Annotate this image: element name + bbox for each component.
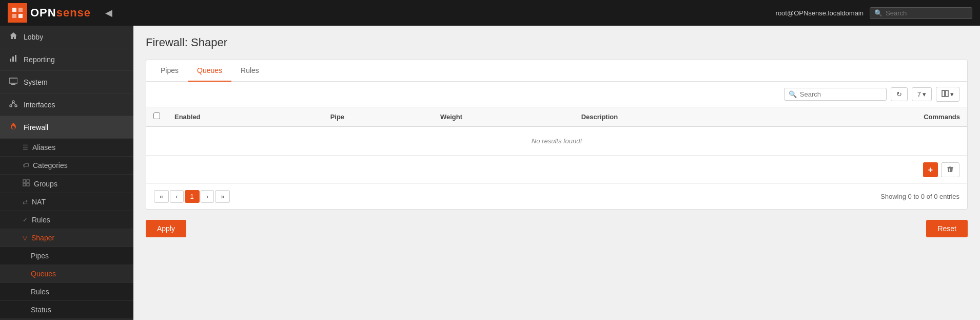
home-icon: [8, 32, 18, 42]
search-box[interactable]: 🔍: [784, 88, 887, 101]
page-current-button[interactable]: 1: [185, 190, 200, 203]
navbar-search-box[interactable]: 🔍: [870, 7, 972, 19]
sidebar-item-reporting[interactable]: Reporting: [0, 48, 133, 71]
svg-rect-15: [23, 180, 26, 182]
svg-point-11: [10, 105, 12, 107]
tab-pipes[interactable]: Pipes: [151, 60, 188, 82]
navbar-user: root@OPNsense.localdomain: [776, 9, 864, 17]
categories-icon: 🏷: [23, 162, 29, 169]
sidebar-label-nat: NAT: [32, 198, 46, 206]
sidebar-item-nat[interactable]: ⇄ NAT: [0, 193, 133, 211]
columns-button[interactable]: ▾: [936, 87, 959, 102]
rules-icon: ✓: [23, 216, 28, 223]
page-prev-button[interactable]: ‹: [170, 190, 183, 203]
svg-point-10: [12, 101, 14, 103]
shaper-submenu: Pipes Queues Rules Status: [0, 247, 133, 319]
svg-rect-18: [27, 183, 29, 186]
delete-row-button[interactable]: [941, 162, 959, 177]
svg-line-13: [11, 103, 13, 105]
th-pipe: Pipe: [323, 107, 433, 126]
tab-queues[interactable]: Queues: [188, 60, 231, 82]
svg-rect-5: [12, 57, 14, 62]
row-count-label: 7: [917, 90, 921, 98]
sidebar-toggle-button[interactable]: ◀: [101, 5, 116, 21]
shaper-icon: ▽: [23, 234, 27, 241]
sidebar-label-shaper: Shaper: [31, 234, 54, 242]
sidebar-label-reporting: Reporting: [24, 55, 55, 64]
sidebar-label-pipes: Pipes: [31, 252, 49, 260]
page-first-button[interactable]: «: [154, 190, 169, 203]
sidebar: Lobby Reporting System Interfaces Firewa: [0, 26, 133, 320]
sidebar-item-queues[interactable]: Queues: [0, 265, 133, 283]
search-icon: 🔍: [789, 90, 797, 98]
svg-rect-1: [18, 8, 23, 12]
svg-rect-0: [12, 8, 16, 12]
svg-rect-6: [15, 55, 16, 62]
bottom-buttons: Apply Reset: [146, 220, 968, 237]
sidebar-item-interfaces[interactable]: Interfaces: [0, 93, 133, 116]
tab-rules[interactable]: Rules: [231, 60, 268, 82]
logo-icon: [8, 3, 27, 23]
no-results-cell: No results found!: [146, 126, 967, 156]
row-count-button[interactable]: 7 ▾: [912, 87, 932, 101]
reporting-icon: [8, 54, 18, 64]
reset-button[interactable]: Reset: [926, 220, 968, 237]
sidebar-item-shaper-rules[interactable]: Rules: [0, 283, 133, 301]
sidebar-label-firewall: Firewall: [24, 123, 48, 131]
search-input[interactable]: [800, 90, 882, 98]
select-all-checkbox[interactable]: [153, 112, 160, 119]
add-row-button[interactable]: +: [923, 162, 938, 177]
table-toolbar: 🔍 ↻ 7 ▾ ▾: [146, 82, 967, 107]
sidebar-item-aliases[interactable]: ☰ Aliases: [0, 139, 133, 157]
sidebar-item-status[interactable]: Status: [0, 301, 133, 319]
sidebar-item-rules[interactable]: ✓ Rules: [0, 211, 133, 229]
sidebar-item-pipes[interactable]: Pipes: [0, 247, 133, 265]
tabs: Pipes Queues Rules: [146, 60, 967, 82]
navbar-search-input[interactable]: [886, 9, 968, 17]
sidebar-item-lobby[interactable]: Lobby: [0, 26, 133, 48]
columns-chevron: ▾: [950, 90, 954, 98]
aliases-icon: ☰: [23, 144, 28, 151]
th-enabled: Enabled: [167, 107, 323, 126]
system-icon: [8, 77, 18, 87]
svg-rect-17: [23, 183, 26, 186]
svg-line-14: [13, 103, 16, 105]
table-action-row: +: [146, 156, 967, 183]
sidebar-item-groups[interactable]: Groups: [0, 175, 133, 193]
page-last-button[interactable]: »: [215, 190, 230, 203]
interfaces-icon: [8, 100, 18, 109]
sidebar-item-system[interactable]: System: [0, 71, 133, 93]
brand-logo: OPNsense: [8, 3, 91, 23]
page-title: Firewall: Shaper: [146, 36, 968, 49]
sidebar-label-system: System: [24, 78, 48, 86]
svg-rect-4: [10, 59, 11, 62]
refresh-button[interactable]: ↻: [891, 87, 908, 101]
page-next-button[interactable]: ›: [201, 190, 214, 203]
layout: Lobby Reporting System Interfaces Firewa: [0, 26, 980, 320]
showing-text: Showing 0 to 0 of 0 entries: [880, 193, 959, 200]
svg-rect-19: [942, 90, 945, 97]
svg-rect-9: [11, 84, 15, 85]
table-body: No results found!: [146, 126, 967, 156]
nat-icon: ⇄: [23, 198, 28, 205]
sidebar-item-firewall[interactable]: Firewall: [0, 116, 133, 139]
data-table: Enabled Pipe Weight Description Commands…: [146, 107, 967, 156]
th-commands: Commands: [771, 107, 967, 126]
sidebar-item-shaper[interactable]: ▽ Shaper: [0, 229, 133, 247]
navbar: OPNsense ◀ root@OPNsense.localdomain 🔍: [0, 0, 980, 26]
svg-rect-2: [12, 14, 16, 18]
sidebar-label-interfaces: Interfaces: [24, 101, 55, 109]
sidebar-label-aliases: Aliases: [32, 143, 55, 152]
sidebar-label-rules: Rules: [32, 216, 50, 224]
navbar-search-icon: 🔍: [874, 9, 883, 17]
main-card: Pipes Queues Rules 🔍 ↻ 7 ▾: [146, 60, 968, 210]
sidebar-label-groups: Groups: [34, 180, 57, 188]
apply-button[interactable]: Apply: [146, 220, 186, 237]
table-footer: « ‹ 1 › » Showing 0 to 0 of 0 entries: [146, 183, 967, 209]
svg-rect-3: [18, 14, 23, 18]
sidebar-item-categories[interactable]: 🏷 Categories: [0, 157, 133, 175]
sidebar-label-shaper-rules: Rules: [31, 288, 49, 296]
no-results-row: No results found!: [146, 126, 967, 156]
sidebar-label-status: Status: [31, 306, 51, 314]
firewall-icon: [8, 122, 18, 132]
